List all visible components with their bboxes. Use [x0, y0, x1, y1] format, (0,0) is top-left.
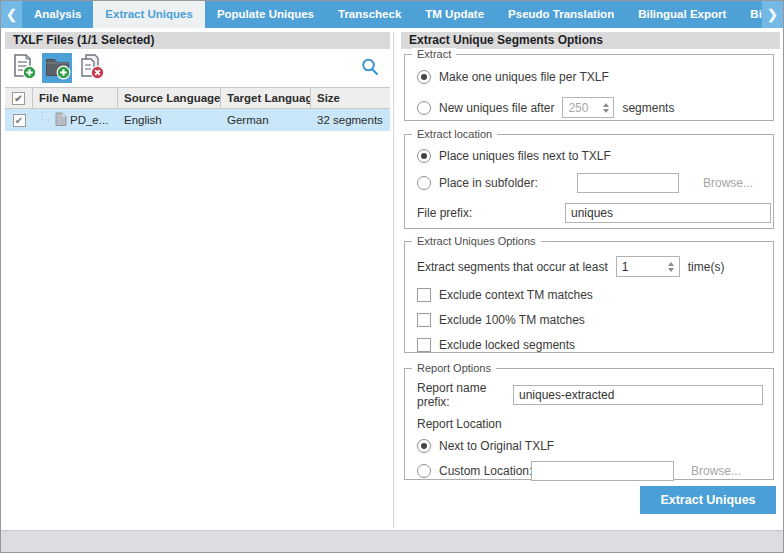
report-options-legend: Report Options [412, 362, 496, 375]
add-files-button[interactable] [8, 53, 38, 83]
size-cell: 32 segments [311, 114, 390, 126]
extract-location-fieldset: Extract location Place uniques files nex… [404, 134, 774, 229]
radio-next-to-txlf-label: Place uniques files next to TXLF [439, 149, 611, 163]
status-bar [1, 530, 783, 552]
extract-uniques-button[interactable]: Extract Uniques [640, 486, 776, 514]
subfolder-input[interactable] [577, 173, 679, 193]
column-header-source-language[interactable]: Source Language [118, 88, 221, 108]
scroll-tabs-right-icon[interactable]: ❯ [762, 1, 783, 28]
report-location-label: Report Location [405, 417, 773, 431]
tab-extract-uniques[interactable]: Extract Uniques [93, 1, 205, 28]
exclude-context-tm-label: Exclude context TM matches [439, 288, 593, 302]
extract-uniques-options-legend: Extract Uniques Options [412, 235, 541, 248]
radio-next-to-original-txlf[interactable] [417, 439, 431, 453]
file-prefix-label: File prefix: [417, 206, 565, 220]
radio-custom-location-label: Custom Location: [439, 464, 531, 478]
remove-files-icon [78, 53, 105, 84]
tab-transcheck[interactable]: Transcheck [326, 1, 413, 28]
occurrence-suffix-label: time(s) [688, 260, 725, 274]
extract-fieldset: Extract Make one uniques file per TXLF N… [404, 54, 774, 121]
file-icon [55, 112, 67, 128]
add-folder-icon [44, 53, 71, 84]
exclude-100-tm-label: Exclude 100% TM matches [439, 313, 585, 327]
radio-custom-location[interactable] [417, 464, 431, 478]
column-header-file-name[interactable]: File Name [33, 88, 118, 108]
exclude-100-tm-checkbox[interactable] [417, 313, 431, 327]
occurrence-label: Extract segments that occur at least [417, 260, 608, 274]
txlf-files-panel: TXLF Files (1/1 Selected) [5, 32, 390, 528]
custom-location-input[interactable] [531, 461, 674, 481]
tab-bar: ❮ Analysis Extract Uniques Populate Uniq… [1, 1, 783, 28]
report-name-prefix-label: Report name prefix: [417, 381, 509, 409]
tree-branch-icon [39, 112, 52, 128]
tab-populate-uniques[interactable]: Populate Uniques [205, 1, 326, 28]
search-files-button[interactable] [360, 57, 380, 77]
remove-files-button[interactable] [76, 53, 106, 83]
extract-legend: Extract [412, 48, 456, 61]
app-window: ❮ Analysis Extract Uniques Populate Uniq… [0, 0, 784, 553]
radio-place-in-subfolder-label: Place in subfolder: [439, 176, 577, 190]
table-row[interactable]: ✔ PD_e... [5, 109, 390, 131]
column-header-target-language[interactable]: Target Language [221, 88, 311, 108]
tab-bilingual-export[interactable]: Bilingual Export [626, 1, 738, 28]
source-language-cell: English [118, 114, 221, 126]
add-files-icon [10, 53, 37, 84]
scroll-tabs-left-icon[interactable]: ❮ [1, 1, 22, 28]
txlf-files-panel-title: TXLF Files (1/1 Selected) [5, 32, 390, 49]
radio-next-to-original-txlf-label: Next to Original TXLF [439, 439, 554, 453]
search-icon [360, 63, 380, 80]
file-name: PD_e... [70, 114, 108, 126]
radio-one-uniques-per-txlf[interactable] [417, 70, 431, 84]
radio-new-uniques-after-label: New uniques file after [439, 101, 554, 115]
file-table: ✔ File Name Source Language Target Langu… [5, 87, 390, 131]
subfolder-browse-button[interactable]: Browse... [703, 176, 753, 190]
files-toolbar [5, 49, 390, 87]
extract-location-legend: Extract location [412, 128, 497, 141]
row-checkbox[interactable]: ✔ [13, 114, 26, 127]
radio-place-in-subfolder[interactable] [417, 176, 431, 190]
exclude-locked-label: Exclude locked segments [439, 338, 575, 352]
tab-pseudo-translation[interactable]: Pseudo Translation [496, 1, 626, 28]
occurrence-stepper[interactable]: 1 [616, 256, 680, 277]
exclude-locked-checkbox[interactable] [417, 338, 431, 352]
file-table-header: ✔ File Name Source Language Target Langu… [5, 87, 390, 109]
add-folder-button[interactable] [42, 53, 72, 83]
radio-one-uniques-per-txlf-label: Make one uniques file per TXLF [439, 70, 609, 84]
exclude-context-tm-checkbox[interactable] [417, 288, 431, 302]
report-name-prefix-input[interactable] [513, 385, 763, 405]
tab-bilingual-import[interactable]: Bilingual Import [738, 1, 762, 28]
tabs-container: Analysis Extract Uniques Populate Unique… [22, 1, 762, 28]
radio-next-to-txlf[interactable] [417, 149, 431, 163]
stepper-arrows-icon[interactable] [598, 103, 613, 113]
tab-tm-update[interactable]: TM Update [413, 1, 496, 28]
extract-options-panel: Extract Unique Segments Options Extract … [401, 32, 780, 528]
segments-count-stepper[interactable]: 250 [562, 97, 614, 118]
custom-location-browse-button[interactable]: Browse... [691, 464, 741, 478]
report-options-fieldset: Report Options Report name prefix: Repor… [404, 368, 774, 480]
radio-new-uniques-after[interactable] [417, 101, 431, 115]
extract-options-panel-title: Extract Unique Segments Options [401, 32, 780, 49]
tab-analysis[interactable]: Analysis [22, 1, 93, 28]
extract-uniques-options-fieldset: Extract Uniques Options Extract segments… [404, 241, 774, 353]
stepper-arrows-icon[interactable] [664, 262, 679, 272]
panel-divider [393, 32, 394, 528]
segments-suffix-label: segments [622, 101, 674, 115]
select-all-checkbox[interactable]: ✔ [12, 92, 25, 105]
target-language-cell: German [221, 114, 311, 126]
column-header-size[interactable]: Size [311, 88, 390, 108]
file-prefix-input[interactable] [565, 203, 771, 223]
